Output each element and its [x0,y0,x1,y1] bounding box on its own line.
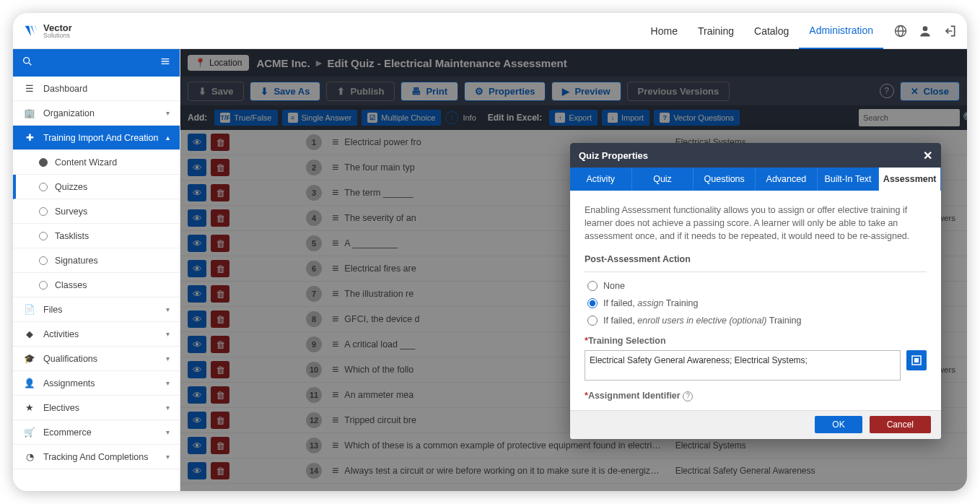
sidebar-item-training-import[interactable]: ✚Training Import And Creation▴ [13,126,180,150]
sidebar-label: Qualifications [43,354,97,364]
dialog-footer: OK Cancel [570,410,941,439]
sidebar-label: Training Import And Creation [43,133,158,143]
globe-icon[interactable] [893,24,908,38]
sidebar-sub-label: Signatures [55,256,98,266]
nav-training[interactable]: Training [688,14,744,48]
gauge-icon: ◔ [23,451,36,462]
dialog-tabs: Activity Quiz Questions Advanced Built-I… [570,168,941,191]
brand-sub: Solutions [43,32,72,39]
dialog-title: Quiz Properties [579,150,648,161]
bullet-icon [39,281,48,290]
sidebar-label: Dashboard [43,84,87,94]
user-icon[interactable] [918,24,932,38]
logout-icon[interactable] [942,24,957,38]
chevron-down-icon: ▾ [166,355,170,362]
svg-point-2 [923,26,928,31]
assessment-description: Enabling Assessment functionality allows… [585,204,927,243]
svg-point-3 [24,58,30,64]
close-icon[interactable]: ✕ [923,149,932,162]
tab-built-in-text[interactable]: Built-In Text [818,168,880,191]
cancel-button[interactable]: Cancel [870,416,931,433]
select-training-button[interactable] [906,350,927,370]
chevron-down-icon: ▾ [166,379,170,387]
chevron-down-icon: ▾ [166,305,170,313]
sidebar-sub-quizzes[interactable]: Quizzes [13,175,180,199]
sidebar-item-qualifications[interactable]: 🎓Qualifications▾ [13,347,180,371]
top-header: VectorSolutions Home Training Catalog Ad… [13,13,967,49]
tab-quiz[interactable]: Quiz [632,168,694,191]
sidebar: ☰Dashboard 🏢Organization▾ ✚Training Impo… [13,49,180,491]
sidebar-sub-classes[interactable]: Classes [13,273,180,297]
ok-button[interactable]: OK [815,416,862,433]
chevron-down-icon: ▾ [166,428,170,436]
sidebar-label: Electives [43,403,79,413]
bullet-icon [39,232,48,240]
sidebar-item-assignments[interactable]: 👤Assignments▾ [13,371,180,396]
nav-catalog[interactable]: Catalog [744,14,799,48]
grad-icon: 🎓 [23,353,36,364]
tab-questions[interactable]: Questions [694,168,756,191]
svg-rect-5 [915,359,919,362]
training-selection-input[interactable] [585,350,901,381]
assignment-id-label: Assignment Identifier [588,391,681,401]
tab-assessment[interactable]: Assessment [879,168,941,191]
sidebar-sub-content-wizard[interactable]: Content Wizard [13,150,180,175]
post-assessment-heading: Post-Assessment Action [585,254,927,264]
radio-assign-training[interactable]: If failed, assign Training [587,298,927,308]
chevron-up-icon: ▴ [166,134,170,142]
building-icon: 🏢 [23,108,36,118]
dialog-body: Enabling Assessment functionality allows… [570,191,941,410]
chevron-down-icon: ▾ [166,453,170,461]
sidebar-sub-label: Quizzes [55,182,87,192]
sidebar-sub-surveys[interactable]: Surveys [13,199,180,224]
sidebar-item-electives[interactable]: ★Electives▾ [13,396,180,420]
bullet-icon [39,207,48,216]
sidebar-item-activities[interactable]: ◆Activities▾ [13,322,180,347]
sidebar-sub-label: Classes [55,280,87,290]
hamburger-icon[interactable] [159,56,171,70]
sidebar-item-dashboard[interactable]: ☰Dashboard [13,77,180,101]
nav-administration[interactable]: Administration [799,13,883,50]
sidebar-item-files[interactable]: 📄Files▾ [13,297,180,322]
chevron-down-icon: ▾ [166,404,170,412]
top-nav: Home Training Catalog Administration [641,13,883,49]
dialog-header: Quiz Properties ✕ [570,143,941,168]
help-icon[interactable]: ? [683,391,693,401]
sidebar-item-tracking[interactable]: ◔Tracking And Completions▾ [13,445,180,469]
quiz-properties-dialog: Quiz Properties ✕ Activity Quiz Question… [570,143,941,439]
sidebar-sub-label: Tasklists [55,231,89,241]
bullet-icon [39,256,48,265]
training-selection-label: Training Selection [588,336,666,346]
content-area: 📍Location ACME Inc. ▸ Edit Quiz - Electr… [180,49,967,491]
bullet-icon [39,158,48,167]
top-icon-group [893,24,957,38]
star-icon: ★ [23,402,36,413]
sidebar-label: Ecommerce [43,427,92,438]
file-icon: 📄 [23,304,36,315]
sidebar-label: Files [43,305,62,315]
stack-icon: ☰ [23,83,36,94]
sidebar-header [13,49,180,77]
sidebar-label: Tracking And Completions [43,452,148,462]
chevron-down-icon: ▾ [166,330,170,338]
sidebar-label: Assignments [43,378,95,388]
nav-home[interactable]: Home [641,14,688,48]
sidebar-sub-signatures[interactable]: Signatures [13,248,180,273]
tab-advanced[interactable]: Advanced [756,168,818,191]
search-icon[interactable] [22,56,33,70]
sidebar-label: Activities [43,329,79,339]
radio-none[interactable]: None [587,281,927,291]
bullet-icon [39,183,48,191]
radio-elective-training[interactable]: If failed, enroll users in elective (opt… [587,316,927,326]
book-icon: ◆ [23,329,36,339]
sidebar-item-organization[interactable]: 🏢Organization▾ [13,101,180,126]
tab-activity[interactable]: Activity [570,168,632,191]
sidebar-item-ecommerce[interactable]: 🛒Ecommerce▾ [13,420,180,445]
cart-icon: 🛒 [23,427,36,438]
sidebar-sub-tasklists[interactable]: Tasklists [13,224,180,248]
file-plus-icon: ✚ [23,132,36,143]
sidebar-label: Organization [43,108,95,118]
logo-icon [23,23,39,39]
brand-logo: VectorSolutions [23,23,72,39]
sidebar-sub-label: Surveys [55,207,87,217]
